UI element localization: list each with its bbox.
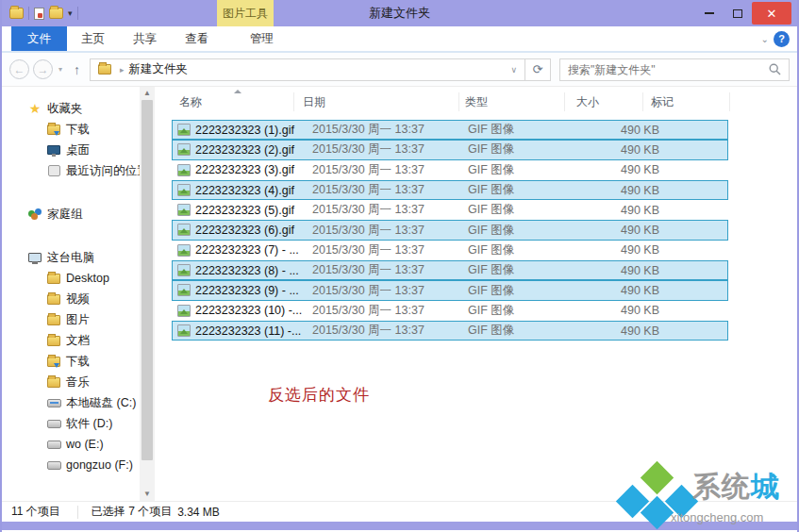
scrollbar-thumb[interactable] <box>141 100 153 460</box>
properties-icon[interactable] <box>34 8 44 20</box>
navigation-bar: ← → ▾ ↑ ▸ 新建文件夹 ∨ ⟳ <box>2 53 797 87</box>
file-row-4[interactable]: 2223232323 (4).gif2015/3/30 周一 13:37GIF … <box>172 180 728 200</box>
search-icon[interactable] <box>769 63 781 75</box>
folder-icon <box>45 274 62 284</box>
sidebar-item-12[interactable]: 本地磁盘 (C:) <box>2 392 140 413</box>
sidebar-item-15[interactable]: gongzuo (F:) <box>2 455 140 475</box>
sidebar-item-label: 家庭组 <box>47 207 83 223</box>
items-count: 11 个项目 <box>11 504 60 520</box>
search-input[interactable] <box>568 63 769 76</box>
tab-view[interactable]: 查看 <box>171 26 223 51</box>
sidebar-item-4[interactable]: 家庭组 <box>2 204 140 224</box>
tab-home[interactable]: 主页 <box>67 26 119 51</box>
column-header-2[interactable]: 类型 <box>465 94 488 110</box>
file-size: 490 KB <box>541 264 659 277</box>
folder-icon <box>45 377 62 388</box>
ribbon-collapse-chevron-icon[interactable]: ⌄ <box>761 34 769 44</box>
gif-image-icon <box>177 244 191 257</box>
sidebar-item-label: 这台电脑 <box>47 250 94 266</box>
sidebar-item-label: 收藏夹 <box>47 101 83 117</box>
customize-toolbar-chevron-icon[interactable]: ▾ <box>68 8 73 18</box>
file-row-6[interactable]: 2223232323 (6).gif2015/3/30 周一 13:37GIF … <box>172 220 728 240</box>
tab-manage[interactable]: 管理 <box>236 26 288 51</box>
watermark: 系统城 xitongcheng.com <box>619 466 793 524</box>
sidebar-item-0[interactable]: ★收藏夹 <box>2 98 140 119</box>
file-row-8[interactable]: 2223232323 (8) - ...2015/3/30 周一 13:37GI… <box>172 260 728 280</box>
scroll-up-icon[interactable]: ▲ <box>140 87 155 100</box>
scroll-down-icon[interactable]: ▼ <box>140 488 155 501</box>
file-row-1[interactable]: 2223232323 (1).gif2015/3/30 周一 13:37GIF … <box>172 120 728 140</box>
column-separator[interactable] <box>293 92 294 111</box>
file-row-2[interactable]: 2223232323 (2).gif2015/3/30 周一 13:37GIF … <box>172 140 728 159</box>
sidebar-item-2[interactable]: 桌面 <box>2 140 140 160</box>
sidebar-scrollbar[interactable]: ▲ ▼ <box>140 87 155 501</box>
file-date: 2015/3/30 周一 13:37 <box>312 283 424 299</box>
sidebar-item-label: 图片 <box>66 312 90 328</box>
window-title: 新建文件夹 <box>2 5 797 22</box>
column-header-3[interactable]: 大小 <box>576 94 599 110</box>
address-dropdown-chevron-icon[interactable]: ∨ <box>507 65 521 75</box>
file-name: 2223232323 (10) -... <box>195 304 302 317</box>
sidebar-item-11[interactable]: 音乐 <box>2 372 140 392</box>
file-size: 490 KB <box>541 304 659 317</box>
column-separator[interactable] <box>458 92 459 111</box>
sidebar-item-label: 本地磁盘 (C:) <box>66 395 136 411</box>
sidebar-item-3[interactable]: 最近访问的位置 <box>2 160 140 181</box>
sidebar-item-13[interactable]: 软件 (D:) <box>2 413 140 434</box>
back-button[interactable]: ← <box>9 59 29 79</box>
file-date: 2015/3/30 周一 13:37 <box>312 141 424 158</box>
watermark-logo-diamond <box>641 461 674 494</box>
sidebar-item-14[interactable]: wo (E:) <box>2 434 140 455</box>
column-separator[interactable] <box>729 92 730 111</box>
close-button[interactable]: ✕ <box>752 2 791 25</box>
sidebar-item-1[interactable]: 下载 <box>2 119 140 140</box>
column-header-1[interactable]: 日期 <box>303 94 325 110</box>
download-folder-icon <box>45 357 62 367</box>
file-size: 490 KB <box>541 184 659 197</box>
tab-share[interactable]: 共享 <box>119 26 171 51</box>
gif-image-icon <box>177 224 191 236</box>
file-row-9[interactable]: 2223232323 (9) - ...2015/3/30 周一 13:37GI… <box>172 280 728 300</box>
watermark-url: xitongcheng.com <box>671 510 763 524</box>
file-row-10[interactable]: 2223232323 (10) -...2015/3/30 周一 13:37GI… <box>172 301 728 321</box>
column-separator[interactable] <box>564 92 565 111</box>
column-header-0[interactable]: 名称 <box>179 94 202 110</box>
sidebar-item-10[interactable]: 下载 <box>2 351 140 372</box>
file-type: GIF 图像 <box>468 122 514 138</box>
sidebar-item-9[interactable]: 文档 <box>2 330 140 351</box>
refresh-button[interactable]: ⟳ <box>525 58 551 81</box>
drive-icon <box>45 420 62 428</box>
column-separator[interactable] <box>642 92 643 111</box>
address-bar[interactable]: ▸ 新建文件夹 ∨ <box>90 58 525 81</box>
maximize-button[interactable] <box>724 0 752 26</box>
file-row-11[interactable]: 2223232323 (11) -...2015/3/30 周一 13:37GI… <box>172 321 728 341</box>
sidebar-item-6[interactable]: Desktop <box>2 268 140 289</box>
gif-image-icon <box>177 264 191 276</box>
file-row-5[interactable]: 2223232323 (5).gif2015/3/30 周一 13:37GIF … <box>172 200 728 220</box>
tab-file[interactable]: 文件 <box>11 26 67 51</box>
sidebar-item-8[interactable]: 图片 <box>2 309 140 330</box>
file-name: 2223232323 (2).gif <box>195 143 294 157</box>
file-size: 490 KB <box>541 204 659 217</box>
column-header-4[interactable]: 标记 <box>651 94 674 110</box>
title-bar: ▾ 图片工具 新建文件夹 ✕ <box>2 0 797 26</box>
folder-properties-icon[interactable] <box>9 8 24 19</box>
search-box[interactable] <box>559 58 790 81</box>
sidebar-item-5[interactable]: 这台电脑 <box>2 247 140 268</box>
file-type: GIF 图像 <box>468 283 514 299</box>
file-list-pane: 名称日期类型大小标记 2223232323 (1).gif2015/3/30 周… <box>155 87 797 501</box>
file-row-7[interactable]: 2223232323 (7) - ...2015/3/30 周一 13:37GI… <box>172 241 728 260</box>
minimize-button[interactable] <box>695 0 724 26</box>
drive-icon <box>45 441 62 449</box>
sidebar-item-7[interactable]: 视频 <box>2 289 140 309</box>
breadcrumb[interactable]: 新建文件夹 <box>129 61 508 77</box>
file-row-3[interactable]: 2223232323 (3).gif2015/3/30 周一 13:37GIF … <box>172 160 728 180</box>
breadcrumb-chevron-icon[interactable]: ▸ <box>120 65 125 75</box>
sidebar-item-label: Desktop <box>66 272 109 285</box>
file-date: 2015/3/30 周一 13:37 <box>312 182 424 198</box>
help-icon[interactable]: ? <box>774 31 790 47</box>
up-button[interactable]: ↑ <box>74 62 80 77</box>
forward-button[interactable]: → <box>33 59 53 79</box>
history-chevron-icon[interactable]: ▾ <box>58 65 62 74</box>
new-folder-icon[interactable] <box>49 8 63 19</box>
